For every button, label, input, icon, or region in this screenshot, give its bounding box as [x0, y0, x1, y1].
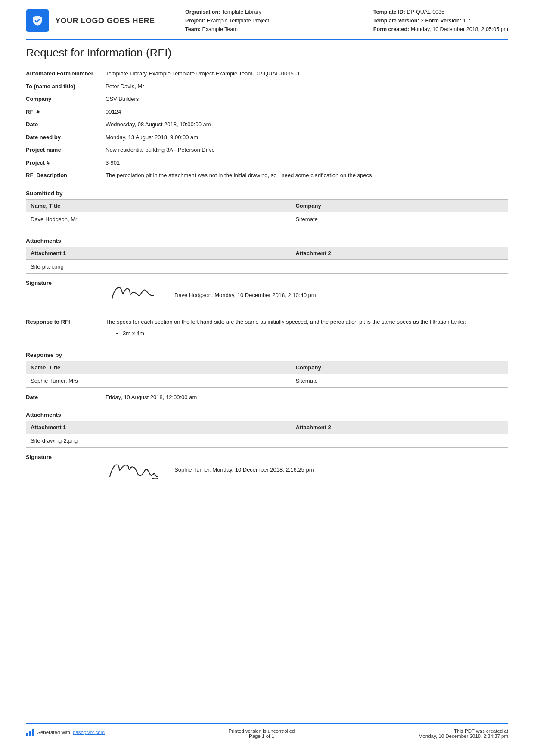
signature1-row: Signature Dave Hodgson, Monday, 10 Decem… [26, 279, 508, 310]
project-value: Example Template Project [207, 18, 269, 24]
logo-area: YOUR LOGO GOES HERE [26, 8, 172, 34]
response-by-data-row: Sophie Turner, Mrs Sitemate [26, 374, 508, 387]
response-bullet-item: 3m x 4m [123, 329, 508, 338]
form-created-value: Monday, 10 December 2018, 2:05:05 pm [411, 26, 508, 32]
attachments1-col1-header: Attachment 1 [26, 247, 291, 259]
logo-icon [26, 9, 49, 32]
company-row: Company CSV Builders [26, 95, 508, 103]
header: YOUR LOGO GOES HERE Organisation: Templa… [26, 0, 508, 40]
submitted-by-company: Sitemate [291, 212, 508, 226]
company-label: Company [26, 95, 106, 103]
response-by-header-row: Name, Title Company [26, 361, 508, 374]
attachments2-data-row: Site-drawing-2.png [26, 434, 508, 448]
signature2-image [106, 453, 161, 483]
form-version-label: Form Version: [425, 18, 462, 24]
attachments2-header-row: Attachment 1 Attachment 2 [26, 421, 508, 434]
form-created-label: Form created: [373, 26, 409, 32]
response-bullet-list: 3m x 4m [123, 329, 508, 338]
rfi-number-row: RFI # 00124 [26, 108, 508, 116]
attachments2-heading: Attachments [26, 412, 508, 418]
rfi-number-value: 00124 [106, 108, 508, 116]
project-name-label: Project name: [26, 146, 106, 154]
date-label: Date [26, 120, 106, 128]
date-need-by-label: Date need by [26, 133, 106, 141]
signature1-label: Signature [26, 279, 106, 286]
attachments2-col2-header: Attachment 2 [291, 421, 508, 434]
org-row: Organisation: Template Library [185, 8, 347, 16]
response-rfi-row: Response to RFI The specs for each secti… [26, 318, 508, 341]
dashpivot-icon [26, 728, 34, 736]
footer-generated-text: Generated with [37, 730, 70, 735]
attachments1-col2-header: Attachment 2 [291, 247, 508, 259]
rfi-number-label: RFI # [26, 108, 106, 116]
response-by-col1-header: Name, Title [26, 361, 291, 374]
response-date-value: Friday, 10 August 2018, 12:00:00 am [106, 393, 508, 402]
project-name-value: New residential building 3A - Peterson D… [106, 146, 508, 154]
signature1-image [106, 279, 161, 309]
attachments1-heading: Attachments [26, 237, 508, 244]
template-version-value: 2 [421, 18, 424, 24]
response-date-label: Date [26, 393, 106, 401]
team-label: Team: [185, 26, 201, 32]
header-meta: Organisation: Template Library Project: … [172, 8, 360, 34]
project-number-label: Project # [26, 159, 106, 167]
date-row: Date Wednesday, 08 August 2018, 10:00:00… [26, 120, 508, 129]
attachments2-table: Attachment 1 Attachment 2 Site-drawing-2… [26, 421, 508, 448]
automated-form-number-value: Template Library-Example Template Projec… [106, 69, 508, 78]
automated-form-number-row: Automated Form Number Template Library-E… [26, 69, 508, 78]
project-label: Project: [185, 18, 205, 24]
to-value: Peter Davis, Mr [106, 82, 508, 91]
footer: Generated with dashpivot.com Printed ver… [26, 723, 508, 739]
signature1-name-date: Dave Hodgson, Monday, 10 December 2018, … [170, 290, 316, 298]
project-row: Project: Example Template Project [185, 16, 347, 25]
spacer [26, 488, 508, 723]
response-rfi-value: The specs for each section on the left h… [106, 318, 508, 341]
template-id-label: Template ID: [373, 9, 405, 15]
date-need-by-value: Monday, 13 August 2018, 9:00:00 am [106, 133, 508, 142]
response-by-name: Sophie Turner, Mrs [26, 374, 291, 387]
footer-link[interactable]: dashpivot.com [73, 730, 105, 735]
footer-printed-line2: Page 1 of 1 [228, 734, 295, 739]
date-need-by-row: Date need by Monday, 13 August 2018, 9:0… [26, 133, 508, 142]
submitted-by-data-row: Dave Hodgson, Mr. Sitemate [26, 212, 508, 226]
signature1-content: Dave Hodgson, Monday, 10 December 2018, … [106, 279, 316, 310]
project-number-row: Project # 3-901 [26, 159, 508, 167]
template-version-label: Template Version: [373, 18, 419, 24]
footer-left: Generated with dashpivot.com [26, 728, 105, 736]
rfi-desc-value: The percolation pit in the attachment wa… [106, 171, 508, 180]
attachments2-file1: Site-drawing-2.png [26, 434, 291, 448]
attachments2-col1-header: Attachment 1 [26, 421, 291, 434]
template-id-row: Template ID: DP-QUAL-0035 [373, 8, 508, 16]
date-value: Wednesday, 08 August 2018, 10:00:00 am [106, 120, 508, 129]
template-version-row: Template Version: 2 Form Version: 1.7 [373, 16, 508, 25]
attachments1-file2 [291, 259, 508, 273]
project-number-value: 3-901 [106, 159, 508, 167]
attachments2-file2 [291, 434, 508, 448]
page: YOUR LOGO GOES HERE Organisation: Templa… [0, 0, 534, 756]
form-created-row: Form created: Monday, 10 December 2018, … [373, 25, 508, 34]
submitted-by-header-row: Name, Title Company [26, 199, 508, 212]
signature2-row: Signature Sophie Turner, Monday, 10 Dece… [26, 453, 508, 484]
attachments1-header-row: Attachment 1 Attachment 2 [26, 247, 508, 259]
header-ids: Template ID: DP-QUAL-0035 Template Versi… [360, 8, 508, 34]
footer-pdf-line2: Monday, 10 December 2018, 2:34:37 pm [419, 734, 508, 739]
signature2-label: Signature [26, 453, 106, 460]
response-by-company: Sitemate [291, 374, 508, 387]
org-label: Organisation: [185, 9, 220, 15]
attachments1-file1: Site-plan.png [26, 259, 291, 273]
rfi-desc-label: RFI Description [26, 171, 106, 179]
template-id-value: DP-QUAL-0035 [407, 9, 444, 15]
response-by-table: Name, Title Company Sophie Turner, Mrs S… [26, 361, 508, 388]
footer-center: Printed version is uncontrolled Page 1 o… [228, 728, 295, 739]
to-row: To (name and title) Peter Davis, Mr [26, 82, 508, 91]
team-value: Example Team [202, 26, 237, 32]
to-label: To (name and title) [26, 82, 106, 91]
footer-printed-line1: Printed version is uncontrolled [228, 728, 295, 734]
project-name-row: Project name: New residential building 3… [26, 146, 508, 154]
team-row: Team: Example Team [185, 25, 347, 34]
form-version-value: 1.7 [463, 18, 470, 24]
footer-pdf-line1: This PDF was created at [419, 728, 508, 734]
company-value: CSV Builders [106, 95, 508, 103]
rfi-desc-row: RFI Description The percolation pit in t… [26, 171, 508, 180]
attachments1-table: Attachment 1 Attachment 2 Site-plan.png [26, 247, 508, 274]
